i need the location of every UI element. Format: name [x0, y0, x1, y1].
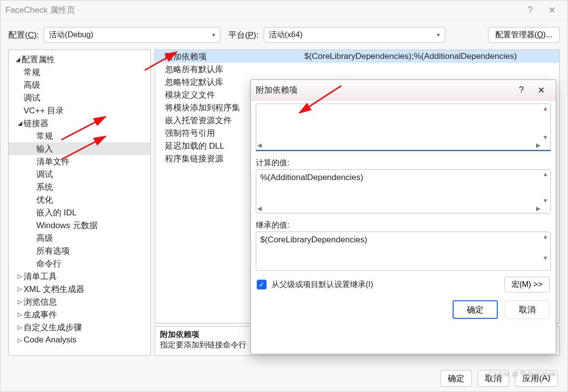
configuration-manager-button[interactable]: 配置管理器(O)... [488, 27, 560, 43]
computed-value: %(AdditionalDependencies) [256, 170, 550, 185]
checkbox-checked-icon: ✓ [257, 280, 267, 289]
tree-item-browse-info[interactable]: ▷浏览信息 [9, 295, 150, 308]
popup-cancel-button[interactable]: 取消 [505, 300, 550, 319]
chevron-down-icon: ▾ [437, 31, 440, 38]
vertical-scrollbar[interactable]: ▲▼ [541, 233, 549, 261]
tree-item-custom-build[interactable]: ▷自定义生成步骤 [9, 321, 150, 334]
inherited-textbox: $(CoreLibraryDependencies) ▲▼ [256, 232, 551, 271]
tree-item-linker-all[interactable]: 所有选项 [9, 244, 150, 257]
tree-item-linker-cmdline[interactable]: 命令行 [9, 257, 150, 270]
edit-textbox[interactable]: ▲▼ ◀▶ [256, 104, 551, 150]
popup-ok-button[interactable]: 确定 [453, 300, 498, 319]
configuration-label: 配置(C): [8, 29, 39, 41]
prop-row-ignore-all-default-libs[interactable]: 忽略所有默认库 [155, 63, 559, 76]
platform-label: 平台(P): [228, 29, 258, 41]
vertical-scrollbar[interactable]: ▲▼ [541, 171, 549, 204]
horizontal-scrollbar[interactable]: ◀▶ [257, 205, 541, 212]
scroll-up-icon[interactable]: ▲ [541, 105, 549, 112]
tree-item-debug[interactable]: 调试 [9, 91, 150, 104]
popup-title: 附加依赖项 [256, 84, 512, 96]
scroll-down-icon[interactable]: ▼ [541, 255, 549, 261]
tree-item-linker-system[interactable]: 系统 [9, 181, 150, 193]
popup-close-icon[interactable]: ✕ [531, 85, 551, 96]
chevron-down-icon: ▾ [212, 31, 215, 38]
tree-item-linker[interactable]: ◢链接器 [9, 117, 150, 130]
scroll-right-icon[interactable]: ▶ [536, 142, 541, 149]
expand-icon[interactable]: ▷ [16, 298, 24, 305]
tree-item-general[interactable]: 常规 [9, 66, 150, 78]
tree-item-linker-optimize[interactable]: 优化 [9, 193, 150, 206]
edit-value[interactable] [256, 104, 550, 116]
collapse-icon[interactable]: ◢ [14, 56, 22, 63]
expand-icon[interactable]: ▷ [16, 337, 24, 343]
popup-titlebar: 附加依赖项 ? ✕ [251, 80, 556, 101]
scroll-up-icon[interactable]: ▲ [541, 171, 549, 178]
scroll-down-icon[interactable]: ▼ [541, 134, 549, 141]
expand-icon[interactable]: ▷ [16, 311, 24, 318]
tree-item-vc-dirs[interactable]: VC++ 目录 [9, 104, 150, 117]
tree-item-linker-idl[interactable]: 嵌入的 IDL [9, 206, 150, 219]
tree-item-linker-advanced[interactable]: 高级 [9, 232, 150, 244]
platform-select[interactable]: 活动(x64) ▾ [264, 27, 445, 43]
vertical-scrollbar[interactable]: ▲▼ [541, 105, 549, 141]
expand-icon[interactable]: ▷ [16, 273, 24, 280]
tree-item-manifest-tool[interactable]: ▷清单工具 [9, 270, 150, 283]
tree-item-xml-doc[interactable]: ▷XML 文档生成器 [9, 283, 150, 295]
tree-item-linker-winmd[interactable]: Windows 元数据 [9, 219, 150, 232]
macros-button[interactable]: 宏(M) >> [504, 277, 550, 292]
config-toolbar: 配置(C): 活动(Debug) ▾ 平台(P): 活动(x64) ▾ 配置管理… [0, 20, 568, 50]
computed-textbox: %(AdditionalDependencies) ▲▼ ◀▶ [256, 169, 551, 213]
scroll-left-icon[interactable]: ◀ [257, 205, 262, 212]
close-icon[interactable]: ✕ [541, 5, 563, 16]
additional-deps-popup: 附加依赖项 ? ✕ ▲▼ ◀▶ 计算的值: %(AdditionalDepend… [250, 79, 556, 354]
prop-row-additional-deps[interactable]: 附加依赖项 $(CoreLibraryDependencies);%(Addit… [155, 50, 559, 63]
popup-option-row: ✓ 从父级或项目默认设置继承(I) 宏(M) >> [251, 271, 556, 292]
focus-underline [256, 150, 551, 151]
configuration-select[interactable]: 活动(Debug) ▾ [44, 27, 220, 43]
scroll-up-icon[interactable]: ▲ [541, 233, 549, 240]
tree-item-advanced[interactable]: 高级 [9, 78, 150, 91]
scroll-down-icon[interactable]: ▼ [541, 197, 549, 204]
inherited-value: $(CoreLibraryDependencies) [256, 232, 550, 248]
nav-tree[interactable]: ◢配置属性 常规 高级 调试 VC++ 目录 ◢链接器 常规 输入 清单文件 调… [8, 50, 151, 356]
scroll-right-icon[interactable]: ▶ [536, 205, 541, 212]
tree-item-build-events[interactable]: ▷生成事件 [9, 308, 150, 321]
tree-item-linker-input[interactable]: 输入 [9, 142, 150, 155]
popup-help-icon[interactable]: ? [512, 85, 531, 95]
help-icon[interactable]: ? [519, 5, 541, 15]
popup-action-bar: 确定 取消 [251, 292, 556, 325]
titlebar: FaceCheck 属性页 ? ✕ [0, 0, 568, 20]
tree-item-linker-manifest[interactable]: 清单文件 [9, 155, 150, 168]
watermark: CSDN @雪碧守护神 [488, 370, 556, 379]
computed-label: 计算的值: [251, 155, 556, 169]
platform-value: 活动(x64) [269, 30, 302, 40]
horizontal-scrollbar[interactable]: ◀▶ [257, 142, 541, 149]
inherit-checkbox-label: 从父级或项目默认设置继承(I) [271, 280, 373, 290]
window-title: FaceCheck 属性页 [5, 4, 519, 16]
expand-icon[interactable]: ▷ [16, 324, 24, 331]
expand-icon[interactable]: ▷ [16, 286, 24, 292]
tree-root-config-props[interactable]: ◢配置属性 [9, 53, 150, 66]
tree-item-code-analysis[interactable]: ▷Code Analysis [9, 334, 150, 346]
inherited-label: 继承的值: [251, 217, 556, 232]
tree-item-linker-general[interactable]: 常规 [9, 130, 150, 142]
inherit-checkbox[interactable]: ✓ 从父级或项目默认设置继承(I) [257, 280, 373, 290]
tree-item-linker-debug[interactable]: 调试 [9, 168, 150, 181]
configuration-value: 活动(Debug) [49, 30, 93, 40]
ok-button[interactable]: 确定 [440, 370, 472, 387]
collapse-icon[interactable]: ◢ [16, 120, 24, 127]
scroll-left-icon[interactable]: ◀ [257, 142, 262, 149]
